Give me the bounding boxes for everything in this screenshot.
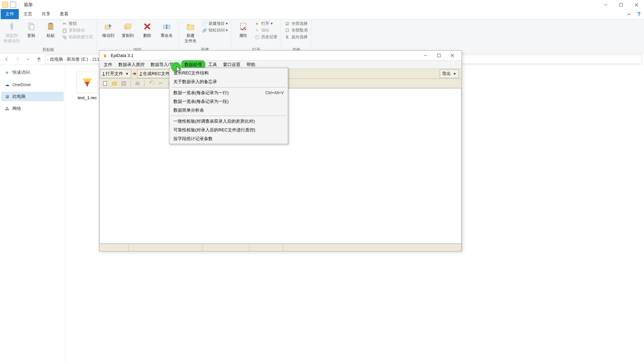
copy-button[interactable]: 复制 bbox=[23, 21, 40, 39]
close-button[interactable] bbox=[629, 0, 644, 9]
print-icon[interactable] bbox=[134, 80, 141, 87]
easy-access-button[interactable]: 🔗轻松访问 ▾ bbox=[202, 27, 228, 33]
svg-marker-22 bbox=[104, 56, 106, 58]
menu-help[interactable]: 帮助 bbox=[244, 61, 258, 69]
edit-button[interactable]: ✎编辑 bbox=[254, 27, 277, 33]
recent-dropdown-icon[interactable] bbox=[23, 55, 33, 64]
menu-file[interactable]: 文件 bbox=[101, 61, 115, 69]
pc-icon: 🖥 bbox=[4, 94, 10, 100]
menu-item-show-rec-structure[interactable]: 显示REC文件结构 bbox=[169, 69, 288, 77]
cut-icon[interactable]: ✂ bbox=[157, 80, 164, 87]
svg-rect-6 bbox=[48, 23, 53, 29]
menu-import-export[interactable]: 数据导入/导出 bbox=[148, 61, 181, 69]
up-button[interactable] bbox=[34, 55, 44, 64]
menu-item-list-by-row[interactable]: 数据一览表(每条记录为一行)Ctrl+Alt+V bbox=[169, 88, 288, 97]
menu-item-data-entry-notes[interactable]: 关于数据录入的备忘录 bbox=[169, 77, 288, 86]
paste-shortcut-button[interactable]: 📎粘贴快捷方式 bbox=[62, 34, 93, 40]
menu-window-settings[interactable]: 窗口设置 bbox=[220, 61, 244, 69]
epidata-title: EpiData 3.1 bbox=[111, 53, 133, 58]
tree-this-pc[interactable]: 🖥 此电脑 bbox=[1, 92, 64, 101]
delete-button[interactable]: 删除 bbox=[139, 21, 156, 39]
ribbon-tabstrip: 文件 主页 共享 查看 ? bbox=[0, 9, 644, 19]
paste-button[interactable]: 粘贴 bbox=[42, 21, 59, 39]
open-folder-icon[interactable] bbox=[111, 80, 118, 87]
svg-rect-24 bbox=[437, 54, 440, 57]
svg-marker-18 bbox=[83, 78, 92, 82]
tab-file[interactable]: 文件 bbox=[1, 9, 19, 19]
new-item-button[interactable]: 📄新建项目 ▾ bbox=[202, 21, 228, 26]
chevron-down-icon: ▼ bbox=[124, 72, 129, 76]
select-none-button[interactable]: ☐全部取消 bbox=[284, 27, 308, 33]
save-icon[interactable] bbox=[120, 80, 127, 87]
data-process-dropdown: 显示REC文件结构 关于数据录入的备忘录 数据一览表(每条记录为一行)Ctrl+… bbox=[169, 68, 288, 144]
tree-quick-access[interactable]: ★ 快速访问 bbox=[1, 68, 64, 77]
new-doc-icon[interactable] bbox=[101, 80, 109, 87]
open-button[interactable]: ▾打开 ▾ bbox=[254, 21, 277, 26]
ribbon-help-icon[interactable]: ? bbox=[634, 9, 644, 19]
tab-view[interactable]: 查看 bbox=[55, 9, 73, 19]
star-icon: ★ bbox=[4, 69, 10, 75]
menu-item-consistency-check[interactable]: 一致性检验(对调查表双录入后的差异比对) bbox=[169, 117, 288, 126]
tree-network[interactable]: 🖧 网络 bbox=[1, 104, 64, 113]
epidata-titlebar[interactable]: EpiData 3.1 bbox=[99, 51, 462, 61]
menu-data-entry[interactable]: 数据录入质控 bbox=[115, 61, 148, 69]
tab-home[interactable]: 主页 bbox=[19, 9, 37, 19]
cloud-icon: ☁ bbox=[4, 81, 10, 87]
tree-onedrive[interactable]: ☁ OneDrive bbox=[1, 80, 64, 89]
svg-rect-27 bbox=[103, 81, 107, 85]
menu-item-count-by-field[interactable]: 按字段统计记录条数 bbox=[169, 134, 288, 143]
stage-export[interactable]: 导出 ▼ bbox=[440, 69, 459, 78]
new-folder-button[interactable]: 新建 文件夹 bbox=[182, 21, 199, 44]
window-title: 追加 bbox=[24, 2, 33, 8]
svg-rect-28 bbox=[122, 81, 126, 85]
copy-path-button[interactable]: 📋复制路径 bbox=[62, 27, 93, 33]
svg-rect-5 bbox=[30, 24, 34, 30]
breadcrumb-item[interactable]: 新加卷 (E:) bbox=[67, 56, 88, 62]
undo-icon[interactable] bbox=[148, 80, 155, 87]
svg-marker-21 bbox=[103, 54, 107, 56]
epidata-close-button[interactable] bbox=[445, 51, 459, 60]
epidata-logo-icon bbox=[102, 53, 108, 59]
pin-to-quickaccess-button[interactable]: 固定到 快速访问 bbox=[3, 21, 20, 44]
chevron-down-icon: ▼ bbox=[452, 72, 457, 76]
ribbon-collapse-icon[interactable] bbox=[624, 9, 634, 19]
svg-rect-7 bbox=[49, 23, 52, 24]
epidata-statusbar bbox=[99, 244, 462, 251]
svg-rect-1 bbox=[619, 3, 622, 6]
ribbon: 固定到 快速访问 复制 粘贴 ✂剪切 📋复制路径 📎粘贴快捷方式 剪贴板 bbox=[0, 19, 644, 54]
file-thumb-icon bbox=[76, 72, 98, 93]
properties-button[interactable]: 属性 bbox=[235, 21, 252, 39]
group-clipboard-label: 剪贴板 bbox=[3, 46, 93, 53]
tab-share[interactable]: 共享 bbox=[37, 9, 55, 19]
menu-tools[interactable]: 工具 bbox=[205, 61, 220, 69]
explorer-titlebar: 追加 bbox=[0, 0, 644, 9]
epidata-maximize-button[interactable] bbox=[432, 51, 445, 60]
svg-rect-30 bbox=[137, 82, 139, 83]
history-button[interactable]: 🕘历史记录 bbox=[254, 34, 277, 40]
forward-button[interactable] bbox=[13, 55, 22, 64]
svg-rect-15 bbox=[187, 25, 194, 30]
back-button[interactable] bbox=[2, 55, 11, 64]
doc-icon bbox=[10, 2, 16, 8]
menu-item-reliability-check[interactable]: 可靠性检验(对录入后的REC文件进行质控) bbox=[169, 126, 288, 134]
menu-item-simple-analysis[interactable]: 数据简单分析表 bbox=[169, 106, 288, 115]
rename-button[interactable]: 重命名 bbox=[158, 21, 175, 39]
breadcrumb-item[interactable]: 此电脑 bbox=[50, 56, 63, 62]
nav-tree: ★ 快速访问 ☁ OneDrive 🖥 此电脑 🖧 网络 bbox=[0, 65, 65, 362]
copy-to-button[interactable]: 复制到 bbox=[119, 21, 136, 39]
file-name: test_1.rec bbox=[77, 95, 97, 100]
epidata-minimize-button[interactable] bbox=[419, 51, 432, 60]
svg-rect-10 bbox=[126, 24, 131, 28]
select-all-button[interactable]: ☑全部选择 bbox=[284, 21, 308, 26]
stage-1-open-file[interactable]: 1 打开文件 ▼ bbox=[100, 69, 131, 78]
arrow-right-icon: ➔ bbox=[131, 71, 137, 76]
file-item[interactable]: test_1.rec bbox=[72, 72, 102, 100]
svg-marker-19 bbox=[85, 82, 90, 85]
move-to-button[interactable]: 移动到 bbox=[100, 21, 117, 39]
maximize-button[interactable] bbox=[613, 0, 629, 9]
menu-item-list-by-block[interactable]: 数据一览表(每条记录为一段) bbox=[169, 97, 288, 106]
folder-icon bbox=[2, 2, 8, 8]
invert-selection-button[interactable]: ⇅反向选择 bbox=[284, 34, 308, 40]
minimize-button[interactable] bbox=[598, 0, 613, 9]
cut-button[interactable]: ✂剪切 bbox=[62, 21, 93, 26]
